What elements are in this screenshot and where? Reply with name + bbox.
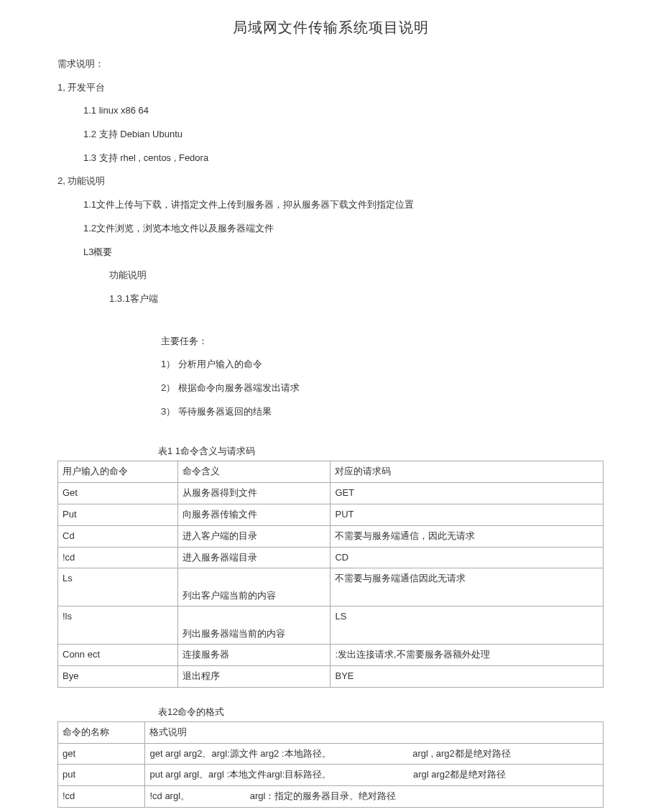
td: CD <box>330 547 604 568</box>
fmt-note: argl arg2都是绝对路径 <box>413 767 506 783</box>
td: Bye <box>58 666 178 688</box>
td: put <box>58 765 145 786</box>
td: BYE <box>330 666 604 688</box>
td: LS <box>330 606 604 645</box>
sec2-sub2: 1.3.1客户端 <box>57 290 604 308</box>
th: 命令的名称 <box>58 721 145 743</box>
td: 列出客户端当前的内容 <box>177 568 330 606</box>
sec2-line: 1.2文件浏览，浏览本地文件以及服务器端文件 <box>57 220 604 238</box>
td: GET <box>330 483 604 504</box>
fmt-note: argl：指定的服务器目录。绝对路径 <box>250 789 397 804</box>
sec1-item: 1.1 linux x86 64 <box>57 102 604 120</box>
tasks-heading: 主要任务： <box>57 333 604 351</box>
table-row: Conn ect 连接服务器 :发出连接请求,不需要服务器额外处理 <box>58 645 604 666</box>
td: Cd <box>58 525 178 547</box>
th: 用户输入的命令 <box>58 461 178 483</box>
sec2-line: L3概要 <box>57 244 604 262</box>
task-item: 3） 等待服务器返回的结果 <box>57 403 604 421</box>
table-row: Get 从服务器得到文件 GET <box>58 483 604 504</box>
table-row: put put argl argl。argl :本地文件argl:目标路径。 a… <box>58 765 604 786</box>
td: 从服务器得到文件 <box>177 483 330 504</box>
task-item: 2） 根据命令向服务器端发出请求 <box>57 379 604 397</box>
fmt-note: argl , arg2都是绝对路径 <box>412 747 511 762</box>
td: !cd <box>58 786 145 808</box>
td: 不需要与服务端通信，因此无请求 <box>330 525 604 547</box>
td: !cd argl。 argl：指定的服务器目录。绝对路径 <box>145 786 604 808</box>
td: 连接服务器 <box>177 645 330 666</box>
table-commands: 用户输入的命令 命令含义 对应的请求码 Get 从服务器得到文件 GET Put… <box>57 461 604 688</box>
table-row: !cd !cd argl。 argl：指定的服务器目录。绝对路径 <box>58 786 604 808</box>
table-row: Put 向服务器传输文件 PUT <box>58 504 604 525</box>
sec1-item: 1.3 支持 rhel , centos , Fedora <box>57 149 604 167</box>
th: 格式说明 <box>145 721 604 743</box>
td: Conn ect <box>58 645 178 666</box>
td: 进入客户端的目录 <box>177 525 330 547</box>
td: !cd <box>58 547 178 568</box>
task-item: 1） 分析用户输入的命令 <box>57 356 604 374</box>
td: get <box>58 743 145 765</box>
table-row: Cd 进入客户端的目录 不需要与服务端通信，因此无请求 <box>58 525 604 547</box>
table-row: 用户输入的命令 命令含义 对应的请求码 <box>58 461 604 483</box>
sec1-item: 1.2 支持 Debian Ubuntu <box>57 126 604 144</box>
table2-caption: 表12命令的格式 <box>57 706 604 719</box>
table-row: !ls 列出服务器端当前的内容 LS <box>58 606 604 645</box>
td: 退出程序 <box>177 666 330 688</box>
td: !ls <box>58 606 178 645</box>
td: 进入服务器端目录 <box>177 547 330 568</box>
sec2-heading: 2, 功能说明 <box>57 172 604 190</box>
td: 向服务器传输文件 <box>177 504 330 525</box>
table-row: 命令的名称 格式说明 <box>58 721 604 743</box>
fmt-text: get argl arg2。argl:源文件 arg2 :本地路径。 <box>149 748 330 759</box>
fmt-text: !cd argl。 <box>149 790 190 801</box>
page-title: 局域网文件传输系统项目说明 <box>57 18 604 37</box>
td: Put <box>58 504 178 525</box>
td: PUT <box>330 504 604 525</box>
th: 对应的请求码 <box>330 461 604 483</box>
table-row: Bye 退出程序 BYE <box>58 666 604 688</box>
td: Get <box>58 483 178 504</box>
table1-caption: 表1 1命令含义与请求码 <box>57 445 604 458</box>
th: 命令含义 <box>177 461 330 483</box>
table-row: Ls 列出客户端当前的内容 不需要与服务端通信因此无请求 <box>58 568 604 606</box>
td: get argl arg2。argl:源文件 arg2 :本地路径。 argl … <box>145 743 604 765</box>
fmt-text: put argl argl。argl :本地文件argl:目标路径。 <box>149 769 331 780</box>
sec1-heading: 1, 开发平台 <box>57 79 604 97</box>
td: 列出服务器端当前的内容 <box>177 606 330 645</box>
td: :发出连接请求,不需要服务器额外处理 <box>330 645 604 666</box>
sec2-line: 1.1文件上传与下载，讲指定文件上传到服务器，抑从服务器下载文件到指定位置 <box>57 196 604 214</box>
td: put argl argl。argl :本地文件argl:目标路径。 argl … <box>145 765 604 786</box>
td: Ls <box>58 568 178 606</box>
intro-label: 需求说明： <box>57 55 604 73</box>
table-row: get get argl arg2。argl:源文件 arg2 :本地路径。 a… <box>58 743 604 765</box>
td: 不需要与服务端通信因此无请求 <box>330 568 604 606</box>
table-formats: 命令的名称 格式说明 get get argl arg2。argl:源文件 ar… <box>57 721 604 808</box>
table-row: !cd 进入服务器端目录 CD <box>58 547 604 568</box>
sec2-sub: 功能说明 <box>57 267 604 285</box>
